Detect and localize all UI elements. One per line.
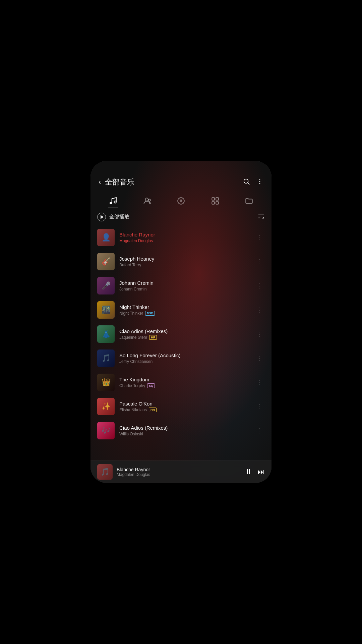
header-actions bbox=[243, 178, 263, 187]
song-art: ✨ bbox=[97, 398, 115, 415]
song-item-3[interactable]: 🎤 Johann Cremin Johann Cremin ⋮ bbox=[90, 274, 272, 298]
now-playing-controls: ⏸ ⏭ bbox=[245, 468, 265, 476]
song-more-button[interactable]: ⋮ bbox=[253, 232, 265, 243]
svg-point-6 bbox=[114, 201, 116, 203]
song-title: Ciao Adios (Remixes) bbox=[119, 425, 249, 431]
song-thumb: 🎤 bbox=[97, 277, 115, 294]
song-title: Ciao Adios (Remixes) bbox=[119, 328, 249, 334]
song-item-9[interactable]: 🎶 Ciao Adios (Remixes) Willis Osinski ⋮ bbox=[90, 419, 272, 443]
song-subtitle: Willis Osinski bbox=[119, 432, 249, 436]
tab-playlists[interactable] bbox=[207, 194, 224, 208]
song-title: Johann Cremin bbox=[119, 280, 249, 286]
song-item-1[interactable]: 👤 Blanche Raynor Magdalen Douglas ⋮ bbox=[90, 225, 272, 250]
song-artist: Night Thinker bbox=[119, 311, 143, 316]
song-info: Ciao Adios (Remixes) Jaqueline Stehr HR bbox=[119, 328, 249, 340]
song-art: 🎸 bbox=[97, 253, 115, 270]
svg-rect-12 bbox=[212, 198, 215, 200]
song-subtitle: Jeffry Christiansen bbox=[119, 359, 249, 364]
svg-point-7 bbox=[145, 198, 148, 201]
song-list: 👤 Blanche Raynor Magdalen Douglas ⋮ 🎸 Jo… bbox=[90, 225, 272, 461]
song-item-8[interactable]: ✨ Pascale O'Kon Elisha Nikolaus HR ⋮ bbox=[90, 394, 272, 419]
play-all-button[interactable] bbox=[97, 213, 106, 221]
play-all-label: 全部播放 bbox=[109, 214, 254, 220]
song-item-6[interactable]: 🎵 So Long Forever (Acoustic) Jeffry Chri… bbox=[90, 346, 272, 370]
song-art: 🎵 bbox=[97, 350, 115, 367]
search-icon[interactable] bbox=[243, 178, 250, 187]
quality-badge: HR bbox=[149, 408, 157, 412]
song-title: Night Thinker bbox=[119, 304, 249, 310]
song-title: Joseph Heaney bbox=[119, 256, 249, 262]
svg-point-5 bbox=[110, 202, 112, 204]
next-button[interactable]: ⏭ bbox=[257, 468, 265, 476]
song-subtitle: Elisha Nikolaus HR bbox=[119, 408, 249, 412]
song-more-button[interactable]: ⋮ bbox=[253, 377, 265, 387]
song-art: 🎤 bbox=[97, 277, 115, 294]
song-more-button[interactable]: ⋮ bbox=[253, 257, 265, 267]
song-artist: Willis Osinski bbox=[119, 432, 143, 436]
tab-albums[interactable] bbox=[173, 194, 189, 208]
play-all-row: 全部播放 bbox=[90, 208, 272, 225]
song-subtitle: Night Thinker DSD bbox=[119, 311, 249, 316]
song-thumb: 🎵 bbox=[97, 350, 115, 367]
phone-frame: ‹ 全部音乐 bbox=[90, 161, 272, 483]
song-more-button[interactable]: ⋮ bbox=[253, 353, 265, 363]
song-thumb: ✨ bbox=[97, 398, 115, 415]
svg-rect-13 bbox=[216, 198, 219, 200]
song-artist: Buford Terry bbox=[119, 263, 141, 267]
song-artist: Jeffry Christiansen bbox=[119, 359, 153, 364]
song-art: 🌃 bbox=[97, 301, 115, 319]
svg-point-11 bbox=[181, 201, 181, 201]
song-info: Night Thinker Night Thinker DSD bbox=[119, 304, 249, 316]
song-info: Ciao Adios (Remixes) Willis Osinski bbox=[119, 425, 249, 436]
pause-button[interactable]: ⏸ bbox=[245, 468, 252, 476]
song-subtitle: Buford Terry bbox=[119, 263, 249, 267]
song-item-7[interactable]: 👑 The Kingdom Charlie Torphy SQ ⋮ bbox=[90, 370, 272, 394]
song-info: Joseph Heaney Buford Terry bbox=[119, 256, 249, 267]
song-thumb: 👤 bbox=[97, 229, 115, 246]
svg-point-2 bbox=[259, 179, 260, 180]
more-icon[interactable] bbox=[256, 178, 263, 187]
song-artist: Charlie Torphy bbox=[119, 383, 145, 388]
song-item-4[interactable]: 🌃 Night Thinker Night Thinker DSD ⋮ bbox=[90, 298, 272, 322]
song-subtitle: Jaqueline Stehr HR bbox=[119, 335, 249, 340]
song-item-5[interactable]: 👗 Ciao Adios (Remixes) Jaqueline Stehr H… bbox=[90, 322, 272, 346]
svg-point-0 bbox=[244, 179, 248, 183]
song-art: 👑 bbox=[97, 374, 115, 391]
song-more-button[interactable]: ⋮ bbox=[253, 401, 265, 412]
sort-button[interactable] bbox=[257, 212, 265, 221]
quality-badge: SQ bbox=[147, 383, 155, 388]
song-art: 🎶 bbox=[97, 422, 115, 439]
song-thumb: 🎶 bbox=[97, 422, 115, 439]
song-more-button[interactable]: ⋮ bbox=[253, 305, 265, 315]
now-playing-bar[interactable]: 🎵 Blanche Raynor Magdalen Douglas ⏸ ⏭ bbox=[90, 461, 272, 483]
svg-rect-15 bbox=[216, 202, 219, 204]
song-info: Johann Cremin Johann Cremin bbox=[119, 280, 249, 291]
tab-artists[interactable] bbox=[138, 194, 155, 208]
song-thumb: 👗 bbox=[97, 325, 115, 343]
song-item-2[interactable]: 🎸 Joseph Heaney Buford Terry ⋮ bbox=[90, 250, 272, 274]
svg-point-3 bbox=[259, 181, 260, 182]
page-title: 全部音乐 bbox=[105, 177, 239, 187]
quality-badge: HR bbox=[149, 335, 157, 340]
song-info: Blanche Raynor Magdalen Douglas bbox=[119, 232, 249, 243]
now-playing-thumb: 🎵 bbox=[97, 464, 113, 480]
song-more-button[interactable]: ⋮ bbox=[253, 426, 265, 436]
now-playing-info: Blanche Raynor Magdalen Douglas bbox=[117, 467, 241, 477]
song-thumb: 🎸 bbox=[97, 253, 115, 270]
tab-songs[interactable] bbox=[105, 194, 121, 208]
app-content: ‹ 全部音乐 bbox=[90, 161, 272, 483]
song-more-button[interactable]: ⋮ bbox=[253, 329, 265, 339]
tab-folders[interactable] bbox=[241, 194, 257, 208]
song-art: 👗 bbox=[97, 325, 115, 343]
song-title: The Kingdom bbox=[119, 377, 249, 382]
song-title: Pascale O'Kon bbox=[119, 401, 249, 407]
song-title: So Long Forever (Acoustic) bbox=[119, 353, 249, 358]
song-subtitle: Charlie Torphy SQ bbox=[119, 383, 249, 388]
song-artist: Johann Cremin bbox=[119, 287, 146, 291]
song-art: 👤 bbox=[97, 229, 115, 246]
song-info: So Long Forever (Acoustic) Jeffry Christ… bbox=[119, 353, 249, 364]
back-button[interactable]: ‹ bbox=[99, 178, 101, 186]
song-artist: Magdalen Douglas bbox=[119, 238, 153, 243]
song-more-button[interactable]: ⋮ bbox=[253, 281, 265, 291]
song-info: The Kingdom Charlie Torphy SQ bbox=[119, 377, 249, 388]
